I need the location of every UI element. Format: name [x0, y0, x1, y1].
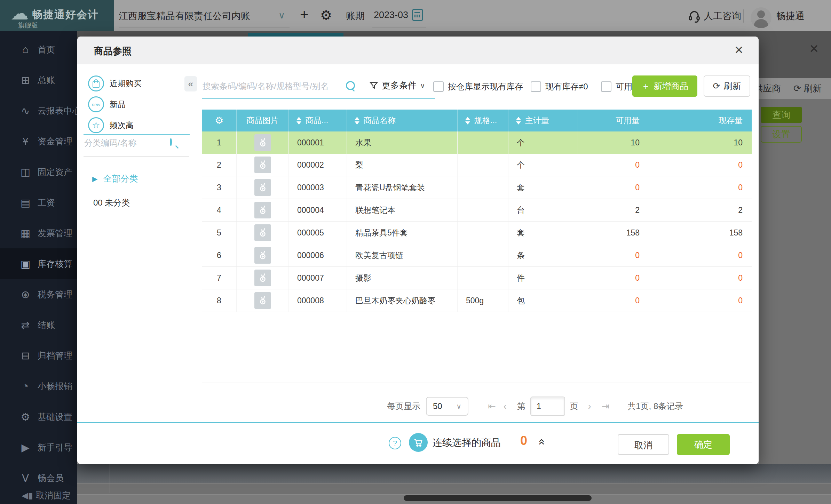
- product-code: 000002: [289, 154, 347, 176]
- sidebar-item-closing[interactable]: ⇄结账: [0, 310, 77, 340]
- sidebar-item-cloud-report[interactable]: ∿云报表中心: [0, 95, 77, 126]
- help-icon[interactable]: ?: [389, 437, 401, 449]
- sort-icon[interactable]: [516, 117, 521, 125]
- row-index: 2: [202, 154, 237, 176]
- table-row[interactable]: 2000002梨个00: [202, 154, 752, 176]
- query-button[interactable]: 查询: [761, 107, 802, 123]
- sort-icon[interactable]: [355, 117, 359, 125]
- sidebar-unpin[interactable]: ◀▮ 取消固定: [22, 490, 71, 501]
- sidebar-item-reimburse[interactable]: ◔小畅报销: [0, 371, 77, 401]
- table-row[interactable]: 1000001水果个1010: [202, 131, 752, 154]
- avatar[interactable]: [751, 7, 771, 28]
- product-unit: 条: [508, 244, 578, 266]
- column-header[interactable]: 商品...: [289, 110, 347, 131]
- calendar-icon[interactable]: [412, 9, 423, 21]
- caret-right-icon: ▶: [92, 175, 97, 183]
- product-code: 000005: [289, 222, 347, 244]
- tree-node-all-categories[interactable]: ▶ 全部分类: [92, 173, 138, 184]
- chevron-down-icon[interactable]: ∨: [278, 10, 285, 21]
- sidebar-item-archive[interactable]: ⊟归档管理: [0, 340, 77, 371]
- product-code: 000007: [289, 267, 347, 289]
- sidebar-item-invoice[interactable]: ▦发票管理: [0, 218, 77, 248]
- refresh-button[interactable]: ⟳ 刷新: [704, 75, 750, 97]
- filter-icon: [369, 81, 378, 90]
- dialog-footer: ? 连续选择的商品 0 « 取消 确定: [77, 423, 759, 464]
- user-name[interactable]: 畅捷通: [776, 10, 805, 22]
- product-spec: [458, 176, 508, 199]
- cloud-logo-icon: ☁: [10, 3, 29, 24]
- column-header[interactable]: 商品名称: [347, 110, 458, 131]
- gear-icon[interactable]: ⚙: [215, 115, 223, 126]
- quick-filter-frequent[interactable]: ☆ 频次高: [88, 117, 134, 133]
- sidebar-item-label: 结账: [38, 319, 55, 331]
- page-number-input[interactable]: 1: [530, 397, 565, 416]
- background-query-panel: 查询 设置: [759, 99, 831, 464]
- quick-filter-new[interactable]: new 新品: [88, 96, 126, 112]
- category-search-input[interactable]: 分类编码/名称: [84, 137, 137, 149]
- search-icon[interactable]: [170, 138, 172, 146]
- tree-node-uncategorized[interactable]: 00 未分类: [93, 197, 130, 208]
- table-row[interactable]: 7000007摄影件00: [202, 267, 752, 289]
- sidebar-item-guide[interactable]: ▶新手引导: [0, 432, 77, 463]
- sidebar-item-home[interactable]: ⌂首页: [0, 34, 77, 65]
- gear-icon[interactable]: ⚙: [320, 8, 332, 23]
- table-row[interactable]: 3000003青花瓷U盘钢笔套装套00: [202, 176, 752, 199]
- sidebar-item-fixed-assets[interactable]: ◫固定资产: [0, 157, 77, 187]
- product-name: 水果: [347, 131, 458, 154]
- prev-page-icon[interactable]: ‹: [504, 401, 507, 412]
- table-row[interactable]: 8000008巴旦木奶枣夹心奶酪枣500g包00: [202, 289, 752, 312]
- funds-icon: ¥: [19, 135, 32, 147]
- chevrons-up-icon[interactable]: «: [536, 439, 549, 445]
- product-code: 000006: [289, 244, 347, 266]
- background-table-header: [77, 464, 831, 483]
- page-prefix: 第: [517, 401, 525, 412]
- company-selector[interactable]: 江西服宝精品有限责任公司内账: [119, 10, 250, 22]
- product-unit: 件: [508, 267, 578, 289]
- sidebar-item-tax[interactable]: ⊛税务管理: [0, 279, 77, 310]
- ledger-icon: ⊞: [19, 74, 32, 86]
- product-spec: 500g: [458, 289, 508, 312]
- table-row[interactable]: 6000006欧美复古项链条00: [202, 244, 752, 267]
- sidebar-item-ledger[interactable]: ⊞总账: [0, 65, 77, 95]
- horizontal-scrollbar[interactable]: [404, 495, 592, 501]
- first-page-icon[interactable]: ⇤: [488, 401, 496, 412]
- sidebar-item-inventory[interactable]: ▣库存核算: [0, 248, 77, 279]
- unpin-label: 取消固定: [36, 490, 71, 501]
- sidebar-item-salary[interactable]: ▤工资: [0, 187, 77, 218]
- more-filters-button[interactable]: 更多条件 ∨: [369, 80, 425, 91]
- sidebar-item-label: 总账: [38, 74, 55, 86]
- close-icon[interactable]: ✕: [734, 43, 744, 57]
- sidebar-item-funds[interactable]: ¥资金管理: [0, 126, 77, 157]
- sidebar-item-member[interactable]: Ⅴ畅会员: [0, 463, 77, 493]
- background-refresh[interactable]: ⟳ 刷新: [793, 82, 822, 95]
- period-value[interactable]: 2023-03: [374, 10, 408, 21]
- add-product-button[interactable]: ＋ 新增商品: [632, 75, 697, 97]
- onhand-qty: 0: [649, 176, 752, 199]
- last-page-icon[interactable]: ⇥: [602, 401, 610, 412]
- confirm-button[interactable]: 确定: [677, 434, 730, 455]
- table-row[interactable]: 4000004联想笔记本台22: [202, 199, 752, 222]
- plus-icon[interactable]: +: [300, 6, 309, 23]
- per-page-select[interactable]: 50 ∨: [426, 397, 468, 416]
- checkbox-onhand-nonzero[interactable]: 现有库存≠0: [531, 81, 588, 92]
- support-link[interactable]: 人工咨询: [704, 10, 741, 22]
- collapse-panel-icon[interactable]: «: [184, 76, 197, 91]
- sort-icon[interactable]: [465, 117, 470, 125]
- checkbox-available-nonzero[interactable]: 可用库: [601, 81, 634, 92]
- brand-title: 畅捷通好会计: [32, 8, 99, 22]
- product-name: 欧美复古项链: [347, 244, 458, 266]
- background-close-icon[interactable]: ✕: [809, 42, 819, 56]
- column-header[interactable]: 主计量: [508, 110, 578, 131]
- column-header[interactable]: 规格...: [458, 110, 508, 131]
- search-icon[interactable]: [346, 81, 355, 90]
- available-qty: 0: [578, 154, 649, 176]
- settings-button[interactable]: 设置: [761, 126, 802, 143]
- sort-icon[interactable]: [296, 117, 301, 125]
- next-page-icon[interactable]: ›: [588, 401, 591, 412]
- table-row[interactable]: 5000005精品茶具5件套套158158: [202, 222, 752, 244]
- checkbox-by-warehouse[interactable]: 按仓库显示现有库存: [433, 81, 523, 92]
- cancel-button[interactable]: 取消: [618, 434, 669, 455]
- product-search-input[interactable]: 搜索条码/编码/名称/规格型号/别名: [203, 81, 329, 92]
- quick-filter-recent[interactable]: 近期购买: [88, 75, 142, 91]
- sidebar-item-settings[interactable]: ⚙基础设置: [0, 401, 77, 432]
